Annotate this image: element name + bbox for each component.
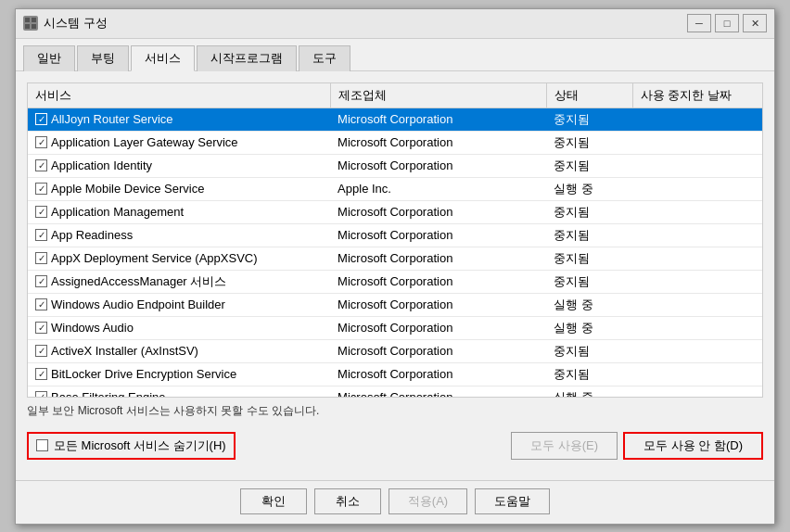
service-name: Application Management	[51, 205, 184, 219]
col-header-manufacturer[interactable]: 제조업체	[330, 83, 546, 108]
enable-all-button[interactable]: 모두 사용(E)	[511, 432, 618, 460]
manufacturer-cell: Apple Inc.	[330, 177, 546, 200]
service-name: ActiveX Installer (AxInstSV)	[51, 344, 198, 358]
tab-startup[interactable]: 시작프로그램	[197, 45, 297, 71]
service-checkbox[interactable]	[35, 113, 47, 125]
date-cell	[632, 247, 762, 270]
tab-bar: 일반 부팅 서비스 시작프로그램 도구	[16, 39, 774, 71]
window-icon	[23, 16, 38, 31]
window-title: 시스템 구성	[44, 15, 108, 32]
status-cell: 중지됨	[546, 223, 632, 247]
status-cell: 중지됨	[546, 247, 632, 270]
hide-ms-services-label[interactable]: 모든 Microsoft 서비스 숨기기(H)	[27, 432, 236, 460]
col-header-status[interactable]: 상태	[546, 83, 632, 108]
date-cell	[632, 386, 762, 398]
status-cell: 중지됨	[546, 339, 632, 362]
table-row[interactable]: Windows AudioMicrosoft Corporation실행 중	[28, 316, 762, 339]
service-checkbox[interactable]	[35, 298, 47, 310]
table-row[interactable]: Application Layer Gateway ServiceMicroso…	[28, 131, 762, 154]
service-checkbox[interactable]	[35, 322, 47, 334]
close-button[interactable]: ✕	[743, 14, 767, 32]
date-cell	[632, 131, 762, 154]
tab-general[interactable]: 일반	[23, 45, 75, 71]
svg-rect-3	[32, 24, 36, 29]
hide-ms-services-checkbox[interactable]	[36, 439, 48, 451]
footer-buttons: 확인 취소 적용(A) 도움말	[16, 480, 774, 524]
manufacturer-cell: Microsoft Corporation	[330, 293, 546, 316]
manufacturer-cell: Microsoft Corporation	[330, 108, 546, 131]
apply-button[interactable]: 적용(A)	[389, 488, 467, 514]
service-checkbox[interactable]	[35, 183, 47, 195]
status-cell: 실행 중	[546, 177, 632, 200]
service-checkbox[interactable]	[35, 275, 47, 287]
tab-boot[interactable]: 부팅	[77, 45, 129, 71]
service-cell: Application Identity	[28, 154, 330, 177]
manufacturer-cell: Microsoft Corporation	[330, 316, 546, 339]
table-row[interactable]: AllJoyn Router ServiceMicrosoft Corporat…	[28, 108, 762, 131]
status-cell: 중지됨	[546, 200, 632, 223]
service-cell: Apple Mobile Device Service	[28, 177, 330, 200]
manufacturer-cell: Microsoft Corporation	[330, 339, 546, 362]
service-name: AssignedAccessManager 서비스	[51, 273, 226, 290]
table-row[interactable]: AssignedAccessManager 서비스Microsoft Corpo…	[28, 270, 762, 293]
title-bar-controls: ─ □ ✕	[687, 14, 767, 32]
service-cell: BitLocker Drive Encryption Service	[28, 362, 330, 386]
ok-button[interactable]: 확인	[240, 488, 307, 514]
service-checkbox[interactable]	[35, 136, 47, 148]
table-row[interactable]: BitLocker Drive Encryption ServiceMicros…	[28, 362, 762, 386]
manufacturer-cell: Microsoft Corporation	[330, 223, 546, 247]
service-name: AllJoyn Router Service	[51, 112, 173, 126]
tab-tools[interactable]: 도구	[299, 45, 350, 71]
status-cell: 실행 중	[546, 316, 632, 339]
manufacturer-cell: Microsoft Corporation	[330, 386, 546, 398]
service-name: AppX Deployment Service (AppXSVC)	[51, 251, 258, 265]
col-header-service[interactable]: 서비스	[28, 83, 330, 108]
service-cell: Windows Audio	[28, 316, 330, 339]
svg-rect-2	[25, 24, 30, 29]
date-cell	[632, 362, 762, 386]
service-cell: Windows Audio Endpoint Builder	[28, 293, 330, 316]
service-name: Apple Mobile Device Service	[51, 182, 204, 196]
svg-rect-0	[25, 18, 30, 22]
maximize-button[interactable]: □	[715, 14, 739, 32]
disable-all-button[interactable]: 모두 사용 안 함(D)	[623, 432, 763, 460]
service-name: Windows Audio	[51, 321, 134, 335]
service-checkbox[interactable]	[35, 229, 47, 241]
service-checkbox[interactable]	[35, 159, 47, 171]
service-checkbox[interactable]	[35, 206, 47, 218]
help-button[interactable]: 도움말	[475, 488, 550, 514]
minimize-button[interactable]: ─	[687, 14, 711, 32]
cancel-button[interactable]: 취소	[314, 488, 381, 514]
notice-text: 일부 보안 Microsoft 서비스는 사용하지 못할 수도 있습니다.	[27, 398, 763, 426]
service-cell: App Readiness	[28, 223, 330, 247]
service-cell: Application Layer Gateway Service	[28, 131, 330, 154]
date-cell	[632, 339, 762, 362]
service-checkbox[interactable]	[35, 345, 47, 357]
status-cell: 중지됨	[546, 270, 632, 293]
manufacturer-cell: Microsoft Corporation	[330, 270, 546, 293]
table-row[interactable]: AppX Deployment Service (AppXSVC)Microso…	[28, 247, 762, 270]
table-row[interactable]: Apple Mobile Device ServiceApple Inc.실행 …	[28, 177, 762, 200]
service-action-buttons: 모두 사용(E) 모두 사용 안 함(D)	[511, 432, 763, 460]
title-bar-left: 시스템 구성	[23, 15, 108, 32]
service-name: Base Filtering Engine	[51, 390, 166, 398]
service-name: Application Identity	[51, 158, 152, 172]
table-row[interactable]: App ReadinessMicrosoft Corporation중지됨	[28, 223, 762, 247]
status-cell: 중지됨	[546, 108, 632, 131]
service-cell: AppX Deployment Service (AppXSVC)	[28, 247, 330, 270]
col-header-date[interactable]: 사용 중지한 날짜	[632, 83, 762, 108]
table-row[interactable]: Base Filtering EngineMicrosoft Corporati…	[28, 386, 762, 398]
services-table: 서비스 제조업체 상태 사용 중지한 날짜 AllJoyn Router Ser…	[28, 83, 762, 398]
table-row[interactable]: Application ManagementMicrosoft Corporat…	[28, 200, 762, 223]
table-row[interactable]: Application IdentityMicrosoft Corporatio…	[28, 154, 762, 177]
table-row[interactable]: ActiveX Installer (AxInstSV)Microsoft Co…	[28, 339, 762, 362]
date-cell	[632, 270, 762, 293]
services-table-container[interactable]: 서비스 제조업체 상태 사용 중지한 날짜 AllJoyn Router Ser…	[27, 82, 763, 398]
service-cell: Application Management	[28, 200, 330, 223]
table-row[interactable]: Windows Audio Endpoint BuilderMicrosoft …	[28, 293, 762, 316]
service-name: BitLocker Drive Encryption Service	[51, 367, 236, 381]
hide-ms-services-text: 모든 Microsoft 서비스 숨기기(H)	[54, 437, 226, 454]
service-checkbox[interactable]	[35, 252, 47, 264]
service-checkbox[interactable]	[35, 368, 47, 380]
tab-services[interactable]: 서비스	[131, 45, 195, 71]
